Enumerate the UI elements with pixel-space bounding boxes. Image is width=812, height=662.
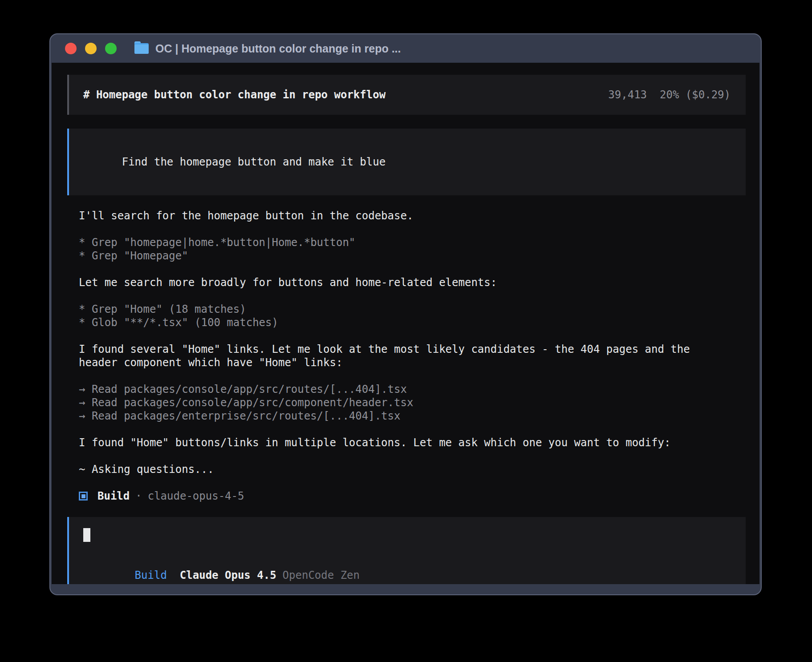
tool-call-grep: * Grep "Home" (18 matches) <box>79 303 729 316</box>
model-provider: OpenCode Zen <box>283 569 360 581</box>
active-agent[interactable]: Build <box>135 569 167 581</box>
build-agent-icon <box>79 492 88 501</box>
tool-call-group: * Grep "Home" (18 matches) * Glob "**/*.… <box>79 303 729 329</box>
assistant-message: I found "Home" buttons/links in multiple… <box>79 436 729 449</box>
window-title: OC | Homepage button color change in rep… <box>155 42 401 55</box>
model-status-bar: BuildClaude Opus 4.5OpenCode Zen <box>83 555 731 584</box>
separator-dot: · <box>135 489 142 503</box>
tool-call-grep: * Grep "Homepage" <box>79 249 729 262</box>
tool-call-read: → Read packages/console/app/src/componen… <box>79 396 729 409</box>
tool-call-group: → Read packages/console/app/src/routes/[… <box>79 383 729 423</box>
user-message-text: Find the homepage button and make it blu… <box>122 156 386 168</box>
minimize-window-button[interactable] <box>85 43 97 54</box>
token-count: 39,413 <box>608 89 647 101</box>
assistant-message: I found several "Home" links. Let me loo… <box>79 343 729 369</box>
prompt-input[interactable]: BuildClaude Opus 4.5OpenCode Zen <box>67 517 746 584</box>
tool-call-glob: * Glob "**/*.tsx" (100 matches) <box>79 316 729 329</box>
assistant-message: Let me search more broadly for buttons a… <box>79 276 729 289</box>
traffic-lights <box>65 43 117 54</box>
close-window-button[interactable] <box>65 43 77 54</box>
assistant-working-status: ~ Asking questions... <box>79 463 729 476</box>
session-title: # Homepage button color change in repo w… <box>83 88 386 101</box>
tool-call-grep: * Grep "homepage|home.*button|Home.*butt… <box>79 236 729 249</box>
session-stats: 39,41320% ($0.29) <box>608 88 731 101</box>
user-message: Find the homepage button and make it blu… <box>67 129 746 195</box>
terminal-window: OC | Homepage button color change in rep… <box>49 33 762 595</box>
tool-call-read: → Read packages/enterprise/src/routes/[.… <box>79 409 729 423</box>
agent-status-row: Build · claude-opus-4-5 <box>79 489 729 503</box>
terminal-content: # Homepage button color change in repo w… <box>52 63 759 584</box>
tool-call-group: * Grep "homepage|home.*button|Home.*butt… <box>79 236 729 262</box>
agent-name: Build <box>97 489 130 503</box>
window-titlebar[interactable]: OC | Homepage button color change in rep… <box>50 34 761 63</box>
active-model[interactable]: Claude Opus 4.5 <box>180 569 276 581</box>
folder-icon <box>134 43 149 54</box>
context-usage: 20% ($0.29) <box>660 89 731 101</box>
text-cursor <box>83 528 90 542</box>
session-header: # Homepage button color change in repo w… <box>67 75 746 115</box>
assistant-message: I'll search for the homepage button in t… <box>79 209 729 222</box>
tool-call-read: → Read packages/console/app/src/routes/[… <box>79 383 729 396</box>
conversation: I'll search for the homepage button in t… <box>79 209 729 503</box>
model-name: claude-opus-4-5 <box>148 489 244 503</box>
zoom-window-button[interactable] <box>105 43 117 54</box>
